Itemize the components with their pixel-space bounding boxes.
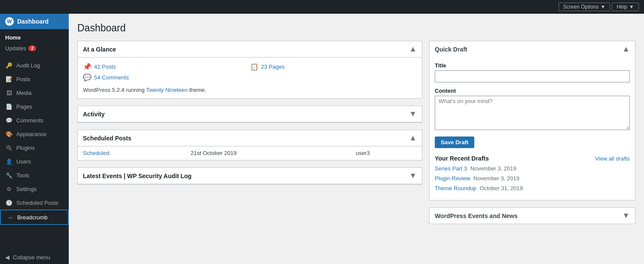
sidebar-item-tools[interactable]: 🔧 Tools xyxy=(0,168,69,182)
sidebar-top-section: Home Updates 2 xyxy=(0,29,69,58)
tools-icon: 🔧 xyxy=(5,171,13,179)
at-a-glance-body: 📌 42 Posts 📋 23 Pages 💬 54 Comments xyxy=(78,58,422,98)
sidebar-item-label: Tools xyxy=(16,172,29,179)
at-a-glance-toggle[interactable]: ▲ xyxy=(409,45,417,54)
sidebar-item-posts[interactable]: 📝 Posts xyxy=(0,72,69,86)
draft-date-2: October 31, 2019 xyxy=(479,185,522,191)
scheduled-posts-header[interactable]: Scheduled Posts ▲ xyxy=(78,130,422,146)
quick-draft-widget: Quick Draft ▲ Title Content Save Draft Y… xyxy=(429,41,635,200)
glance-comments: 💬 54 Comments xyxy=(83,73,250,82)
collapse-label: Collapse menu xyxy=(13,254,50,261)
latest-events-header[interactable]: Latest Events | WP Security Audit Log ▼ xyxy=(78,168,422,184)
glance-pages: 📋 23 Pages xyxy=(250,63,417,71)
scheduled-date-cell: 21st October 2019 xyxy=(186,146,351,160)
wordpress-icon: W xyxy=(5,17,14,26)
updates-badge: 2 xyxy=(28,46,36,51)
comments-icon: 💬 xyxy=(5,116,13,124)
sidebar-updates[interactable]: Updates 2 xyxy=(0,44,69,55)
theme-link[interactable]: Twenty Nineteen xyxy=(146,87,188,93)
scheduled-posts-title: Scheduled Posts xyxy=(83,135,131,142)
audit-log-icon: 🔑 xyxy=(5,61,13,69)
draft-link-0[interactable]: Series Part 3 xyxy=(435,165,467,172)
collapse-icon: ◀ xyxy=(5,254,9,261)
sidebar-item-appearance[interactable]: 🎨 Appearance xyxy=(0,127,69,141)
draft-link-1[interactable]: Plugin Review xyxy=(435,175,470,182)
at-a-glance-header[interactable]: At a Glance ▲ xyxy=(78,41,422,58)
glance-posts: 📌 42 Posts xyxy=(83,63,250,71)
content-grid: At a Glance ▲ 📌 42 Posts 📋 23 Pages xyxy=(77,41,635,224)
content-label: Content xyxy=(435,88,630,94)
sidebar-item-label: Comments xyxy=(16,117,43,124)
main-content: Dashboard At a Glance ▲ 📌 42 Posts xyxy=(69,14,644,264)
scheduled-posts-widget: Scheduled Posts ▲ Scheduled 21st October… xyxy=(77,130,422,161)
wp-events-title: WordPress Events and News xyxy=(435,212,518,219)
sidebar-item-media[interactable]: 🖼 Media xyxy=(0,86,69,100)
scheduled-post-link[interactable]: Scheduled xyxy=(83,150,109,156)
wp-info: WordPress 5.2.4 running Twenty Nineteen … xyxy=(83,87,417,93)
posts-count-link[interactable]: 42 Posts xyxy=(94,64,116,70)
scheduled-table: Scheduled 21st October 2019 user3 xyxy=(78,146,422,160)
quick-draft-header: Quick Draft ▲ xyxy=(430,41,635,57)
draft-content-textarea[interactable] xyxy=(435,96,630,130)
view-all-drafts-link[interactable]: View all drafts xyxy=(595,155,630,162)
draft-item-0: Series Part 3 November 3, 2019 xyxy=(435,165,630,172)
pages-count-link[interactable]: 23 Pages xyxy=(261,64,285,70)
sidebar-logo-text: Dashboard xyxy=(17,18,49,25)
settings-icon: ⚙ xyxy=(5,185,13,193)
sidebar-item-label: Plugins xyxy=(16,145,35,151)
sidebar-item-comments[interactable]: 💬 Comments xyxy=(0,113,69,127)
chevron-down-icon: ▼ xyxy=(629,4,634,10)
scheduled-posts-toggle[interactable]: ▲ xyxy=(409,134,417,143)
title-label: Title xyxy=(435,62,630,69)
recent-drafts-section: Your Recent Drafts View all drafts Serie… xyxy=(435,155,630,191)
sidebar-item-plugins[interactable]: 🔌 Plugins xyxy=(0,141,69,155)
sidebar-logo[interactable]: W Dashboard xyxy=(0,14,69,29)
sidebar-item-label: Appearance xyxy=(16,131,46,137)
latest-events-toggle[interactable]: ▼ xyxy=(409,171,417,180)
sidebar-item-label: Pages xyxy=(16,103,32,110)
help-button[interactable]: Help ▼ xyxy=(612,3,639,11)
latest-events-widget: Latest Events | WP Security Audit Log ▼ xyxy=(77,167,422,185)
sidebar-home-label: Home xyxy=(0,33,69,44)
breadcrumb-icon: → xyxy=(6,213,14,221)
sidebar-item-users[interactable]: 👤 Users xyxy=(0,155,69,168)
sidebar-item-audit-log[interactable]: 🔑 Audit Log xyxy=(0,58,69,72)
chevron-down-icon: ▼ xyxy=(601,4,606,10)
at-a-glance-title: At a Glance xyxy=(83,46,116,53)
wp-events-toggle[interactable]: ▼ xyxy=(622,211,630,220)
quick-draft-toggle[interactable]: ▲ xyxy=(622,45,630,54)
draft-date-1: November 3, 2019 xyxy=(473,175,519,182)
latest-events-title: Latest Events | WP Security Audit Log xyxy=(83,173,192,179)
collapse-menu-button[interactable]: ◀ Collapse menu xyxy=(0,251,69,264)
posts-icon: 📝 xyxy=(5,75,13,83)
sidebar-item-pages[interactable]: 📄 Pages xyxy=(0,100,69,113)
draft-date-0: November 3, 2019 xyxy=(470,165,516,172)
activity-toggle[interactable]: ▼ xyxy=(409,109,417,118)
activity-widget: Activity ▼ xyxy=(77,106,422,123)
activity-header[interactable]: Activity ▼ xyxy=(78,106,422,122)
draft-item-2: Theme Roundup October 31, 2019 xyxy=(435,185,630,191)
sidebar-item-label: Audit Log xyxy=(16,62,40,69)
draft-link-2[interactable]: Theme Roundup xyxy=(435,185,476,191)
users-icon: 👤 xyxy=(5,158,13,165)
page-title: Dashboard xyxy=(77,22,635,34)
comments-count-icon: 💬 xyxy=(83,73,92,82)
right-column: Quick Draft ▲ Title Content Save Draft Y… xyxy=(429,41,635,224)
sidebar-item-settings[interactable]: ⚙ Settings xyxy=(0,182,69,196)
at-a-glance-widget: At a Glance ▲ 📌 42 Posts 📋 23 Pages xyxy=(77,41,422,99)
recent-drafts-title: Your Recent Drafts xyxy=(435,155,489,162)
comments-count-link[interactable]: 54 Comments xyxy=(94,74,129,81)
wp-events-header[interactable]: WordPress Events and News ▼ xyxy=(430,208,635,224)
screen-options-button[interactable]: Screen Options ▼ xyxy=(559,3,610,11)
sidebar: W Dashboard Home Updates 2 🔑 Audit Log 📝… xyxy=(0,14,69,264)
scheduled-link-cell: Scheduled xyxy=(78,146,186,160)
wp-events-widget: WordPress Events and News ▼ xyxy=(429,207,635,224)
sidebar-item-label: Users xyxy=(16,158,31,165)
draft-title-input[interactable] xyxy=(435,70,630,82)
sidebar-item-breadcrumb[interactable]: → Breadcrumb xyxy=(0,209,69,225)
sidebar-item-scheduled-posts[interactable]: 🕐 Scheduled Posts xyxy=(0,196,69,209)
media-icon: 🖼 xyxy=(5,89,13,97)
pages-icon: 📄 xyxy=(5,103,13,110)
draft-item-1: Plugin Review November 3, 2019 xyxy=(435,175,630,182)
save-draft-button[interactable]: Save Draft xyxy=(435,137,474,148)
